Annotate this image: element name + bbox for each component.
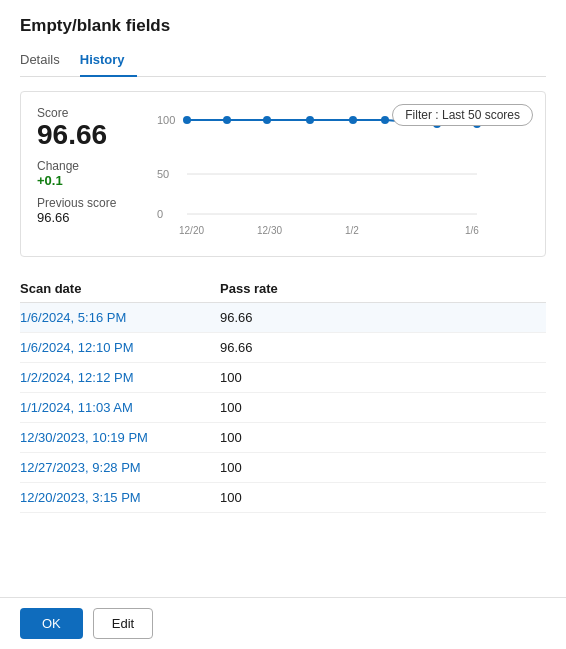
x-label-12: 1/2 [345,225,359,236]
row-date: 12/27/2023, 9:28 PM [20,460,220,475]
table-body: 1/6/2024, 5:16 PM 96.66 1/6/2024, 12:10 … [20,303,546,513]
prev-score-value: 96.66 [37,210,147,225]
table-row: 12/30/2023, 10:19 PM 100 [20,423,546,453]
chart-point [223,116,231,124]
chart-point [183,116,191,124]
chart-point [381,116,389,124]
tabs: Details History [20,46,546,77]
chart-area: 100 50 0 [157,106,529,246]
chart-point [263,116,271,124]
footer: OK Edit [0,597,566,649]
table-row: 1/6/2024, 12:10 PM 96.66 [20,333,546,363]
row-pass: 100 [220,400,546,415]
filter-value: Last 50 scores [442,108,520,122]
score-card: Filter : Last 50 scores Score 96.66 Chan… [20,91,546,257]
y-label-0: 0 [157,208,163,220]
row-pass: 100 [220,460,546,475]
x-label-16: 1/6 [465,225,479,236]
table-row: 1/1/2024, 11:03 AM 100 [20,393,546,423]
table-row: 1/6/2024, 5:16 PM 96.66 [20,303,546,333]
tab-details[interactable]: Details [20,46,72,77]
row-date: 12/30/2023, 10:19 PM [20,430,220,445]
prev-score-label: Previous score [37,196,147,210]
tab-history[interactable]: History [80,46,137,77]
y-label-50: 50 [157,168,169,180]
table-row: 12/20/2023, 3:15 PM 100 [20,483,546,513]
edit-button[interactable]: Edit [93,608,153,639]
row-date: 1/6/2024, 5:16 PM [20,310,220,325]
history-table: Scan date Pass rate 1/6/2024, 5:16 PM 96… [20,275,546,513]
x-label-1220: 12/20 [179,225,204,236]
filter-button[interactable]: Filter : Last 50 scores [392,104,533,126]
row-pass: 100 [220,430,546,445]
table-row: 12/27/2023, 9:28 PM 100 [20,453,546,483]
y-label-100: 100 [157,114,175,126]
row-date: 1/6/2024, 12:10 PM [20,340,220,355]
row-date: 1/1/2024, 11:03 AM [20,400,220,415]
score-value: 96.66 [37,120,147,151]
chart-svg: 100 50 0 [157,106,497,246]
row-date: 12/20/2023, 3:15 PM [20,490,220,505]
col-header-date: Scan date [20,281,220,296]
row-pass: 96.66 [220,310,546,325]
table-header: Scan date Pass rate [20,275,546,303]
score-label: Score [37,106,147,120]
col-header-pass: Pass rate [220,281,546,296]
chart-point [306,116,314,124]
chart-point [349,116,357,124]
row-pass: 100 [220,370,546,385]
change-value: +0.1 [37,173,147,188]
ok-button[interactable]: OK [20,608,83,639]
page-title: Empty/blank fields [20,16,546,36]
filter-label: Filter [405,108,432,122]
table-row: 1/2/2024, 12:12 PM 100 [20,363,546,393]
row-pass: 100 [220,490,546,505]
change-label: Change [37,159,147,173]
row-pass: 96.66 [220,340,546,355]
x-label-1230: 12/30 [257,225,282,236]
row-date: 1/2/2024, 12:12 PM [20,370,220,385]
